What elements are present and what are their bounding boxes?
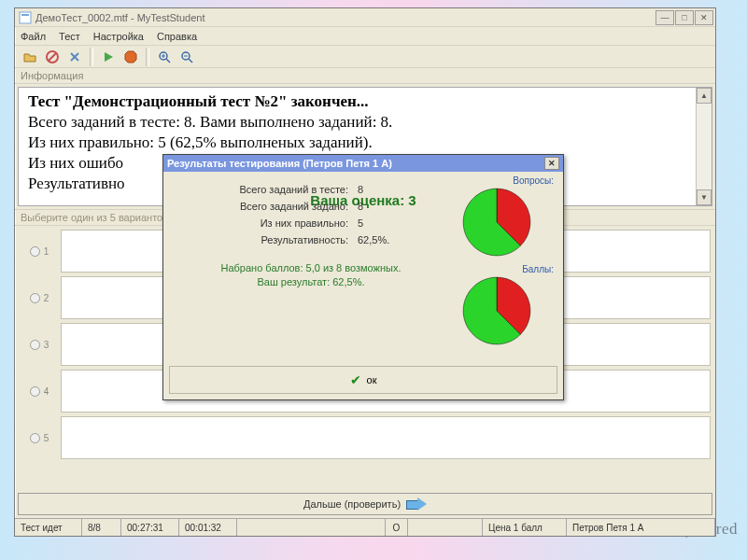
answer-text-5[interactable] — [61, 416, 711, 459]
info-line-1: Тест "Демонстрационный тест №2" закончен… — [28, 91, 693, 112]
toolbar — [15, 46, 715, 68]
pie1-label: Вопросы: — [460, 175, 554, 186]
status-elapsed: 00:27:31 — [121, 519, 179, 536]
toolbar-separator — [146, 48, 149, 66]
stat-given-val: 8 — [358, 201, 395, 212]
ok-panel: ✔ ок — [169, 366, 557, 394]
maximize-button[interactable]: □ — [675, 10, 694, 25]
results-dialog: Результаты тестирования (Петров Петя 1 А… — [162, 154, 564, 400]
open-icon[interactable] — [21, 48, 39, 66]
info-header: Информация — [15, 68, 715, 84]
stats-block: Всего заданий в тесте:8 Всего заданий за… — [171, 181, 451, 289]
answer-number: 2 — [44, 293, 49, 303]
pie-chart-questions — [460, 186, 533, 259]
radio-2[interactable] — [30, 293, 40, 303]
scrollbar[interactable]: ▲ ▼ — [696, 88, 712, 205]
next-label: Дальше (проверить) — [303, 498, 401, 510]
stat-given-label: Всего заданий задано: — [171, 201, 358, 212]
score-line-2: Ваш результат: 62,5%. — [171, 275, 451, 289]
stop-icon[interactable] — [121, 48, 140, 66]
statusbar: Тест идет 8/8 00:27:31 00:01:32 О Цена 1… — [15, 518, 715, 536]
status-progress: 8/8 — [82, 519, 121, 536]
answer-number: 5 — [44, 433, 49, 443]
tools-icon[interactable] — [65, 48, 84, 66]
stat-result-label: Результативность: — [171, 234, 358, 245]
toolbar-separator — [90, 48, 93, 66]
scroll-down-icon[interactable]: ▼ — [697, 189, 712, 205]
svg-marker-7 — [125, 51, 136, 63]
check-icon: ✔ — [350, 372, 361, 387]
status-state: Тест идет — [15, 519, 82, 536]
menu-file[interactable]: Файл — [21, 31, 46, 42]
radio-5[interactable] — [30, 433, 40, 443]
pie2-label: Баллы: — [460, 264, 554, 274]
status-flag: О — [386, 519, 408, 536]
svg-marker-6 — [105, 52, 113, 62]
blocked-icon[interactable] — [43, 48, 62, 66]
ok-button[interactable]: ✔ ок — [341, 371, 387, 389]
play-icon[interactable] — [99, 48, 118, 66]
menu-test[interactable]: Тест — [59, 31, 80, 42]
close-button[interactable]: ✕ — [695, 10, 713, 25]
ok-label: ок — [367, 374, 377, 385]
stat-result-val: 62,5%. — [358, 234, 414, 245]
app-icon — [19, 11, 32, 24]
answer-number: 3 — [44, 340, 49, 350]
radio-3[interactable] — [30, 340, 40, 350]
svg-rect-1 — [21, 14, 29, 16]
answer-number: 1 — [44, 246, 49, 257]
menubar: Файл Тест Настройка Справка — [15, 27, 715, 46]
status-spacer — [237, 519, 386, 536]
pie-chart-score — [460, 274, 533, 347]
status-spacer2 — [408, 519, 483, 536]
radio-1[interactable] — [30, 246, 40, 257]
menu-help[interactable]: Справка — [157, 31, 197, 42]
scroll-up-icon[interactable]: ▲ — [697, 88, 712, 104]
score-line-1: Набрано баллов: 5,0 из 8 возможных. — [171, 261, 451, 275]
dialog-title: Результаты тестирования (Петров Петя 1 А… — [167, 158, 544, 169]
titlebar: ДемоТест_0002.mtf - MyTestStudent — □ ✕ — [15, 8, 715, 27]
stat-total-label: Всего заданий в тесте: — [171, 184, 358, 195]
answer-number: 4 — [44, 386, 49, 397]
window-title: ДемоТест_0002.mtf - MyTestStudent — [35, 12, 655, 23]
dialog-titlebar[interactable]: Результаты тестирования (Петров Петя 1 А… — [163, 155, 563, 172]
zoom-in-icon[interactable] — [155, 48, 174, 66]
info-line-2: Всего заданий в тесте: 8. Вами выполнено… — [28, 112, 693, 133]
next-button[interactable]: Дальше (проверить) — [18, 493, 712, 515]
answer-row: 5 — [18, 414, 712, 461]
svg-line-9 — [166, 59, 170, 63]
minimize-button[interactable]: — — [655, 10, 674, 25]
status-price: Цена 1 балл — [483, 519, 567, 536]
stat-correct-label: Из них правильно: — [171, 217, 358, 229]
svg-line-3 — [49, 53, 56, 61]
score-text: Набрано баллов: 5,0 из 8 возможных. Ваш … — [171, 261, 451, 289]
arrow-right-icon — [406, 497, 427, 511]
menu-settings[interactable]: Настройка — [93, 31, 144, 42]
stat-correct-val: 5 — [358, 217, 395, 229]
dialog-close-button[interactable]: ✕ — [544, 157, 559, 170]
zoom-out-icon[interactable] — [177, 48, 196, 66]
info-line-3: Из них правильно: 5 (62,5% выполненых за… — [28, 133, 693, 153]
radio-4[interactable] — [30, 386, 40, 397]
status-user: Петров Петя 1 А — [567, 519, 715, 536]
stat-total-val: 8 — [358, 184, 395, 195]
status-tasktime: 00:01:32 — [179, 519, 237, 536]
pie-charts: Вопросы: Баллы: — [460, 175, 554, 353]
svg-line-13 — [189, 59, 192, 63]
svg-rect-0 — [20, 12, 31, 23]
